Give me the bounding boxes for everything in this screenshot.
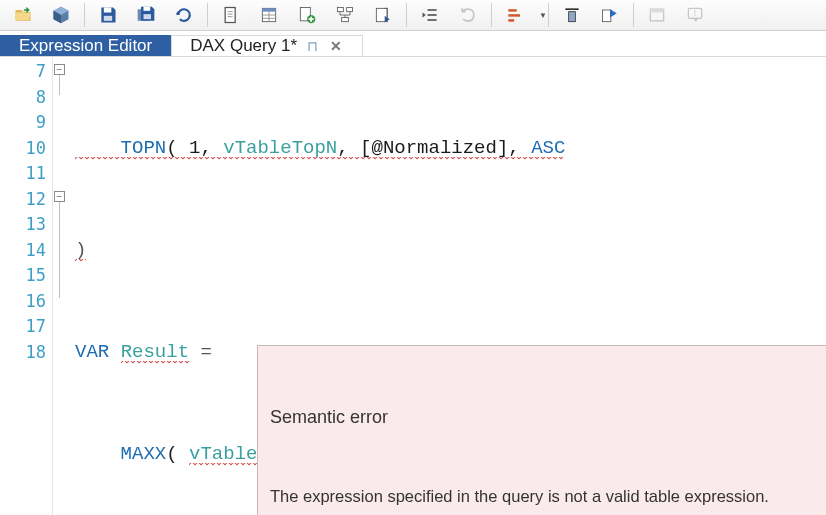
svg-rect-9 (262, 8, 275, 11)
svg-rect-0 (104, 8, 112, 13)
line-number: 11 (15, 161, 52, 187)
main-toolbar: ▼ ! (0, 0, 826, 31)
line-number: 18 (15, 340, 52, 366)
tab-dax-query[interactable]: DAX Query 1* ⊓ ✕ (171, 35, 363, 56)
svg-rect-16 (347, 8, 353, 12)
svg-rect-15 (338, 8, 344, 12)
new-document-icon[interactable] (214, 0, 248, 30)
line-number: 16 (15, 289, 52, 315)
tab-label: DAX Query 1* (190, 36, 297, 56)
code-editor[interactable]: 789101112131415161718 − − TOPN( 1, vTabl… (0, 57, 826, 515)
format-icon[interactable]: ▼ (498, 0, 542, 30)
tab-expression-editor[interactable]: Expression Editor (0, 35, 171, 56)
svg-rect-22 (508, 9, 516, 12)
new-query-icon[interactable] (290, 0, 324, 30)
line-number: 9 (15, 110, 52, 136)
tooltip-body: The expression specified in the query is… (270, 484, 824, 510)
close-icon[interactable]: ✕ (328, 38, 344, 54)
svg-rect-27 (603, 10, 611, 22)
svg-rect-23 (508, 14, 520, 17)
open-folder-icon[interactable] (6, 0, 40, 30)
svg-rect-26 (569, 12, 576, 22)
line-number-gutter: 789101112131415161718 (15, 57, 53, 515)
line-number: 7 (15, 59, 52, 85)
indent-icon[interactable] (413, 0, 447, 30)
line-number: 10 (15, 136, 52, 162)
fold-toggle[interactable]: − (54, 191, 65, 202)
tab-label: Expression Editor (19, 36, 152, 56)
tab-strip: Expression Editor DAX Query 1* ⊓ ✕ (0, 31, 826, 57)
panel-icon (640, 0, 674, 30)
fold-toggle[interactable]: − (54, 64, 65, 75)
svg-rect-4 (225, 8, 235, 23)
line-number: 13 (15, 212, 52, 238)
line-number: 17 (15, 314, 52, 340)
svg-rect-24 (508, 19, 514, 21)
error-tooltip: Semantic error The expression specified … (257, 345, 826, 515)
code-line: TOPN( 1, vTableTopN, [@Normalized], ASC (67, 136, 826, 162)
line-number: 12 (15, 187, 52, 213)
chevron-down-icon[interactable]: ▼ (539, 11, 547, 20)
run-arrow-icon[interactable] (593, 0, 627, 30)
svg-rect-29 (650, 9, 663, 12)
fold-column: − − (53, 57, 67, 515)
align-icon[interactable] (555, 0, 589, 30)
svg-rect-2 (144, 7, 151, 11)
code-line: ) (67, 238, 826, 264)
schema-icon[interactable] (328, 0, 362, 30)
table-icon[interactable] (252, 0, 286, 30)
cube-icon[interactable] (44, 0, 78, 30)
pin-icon[interactable]: ⊓ (305, 38, 320, 54)
svg-text:!: ! (694, 8, 696, 18)
line-number: 15 (15, 263, 52, 289)
save-icon[interactable] (91, 0, 125, 30)
tooltip-title: Semantic error (270, 405, 824, 431)
save-all-icon[interactable] (129, 0, 163, 30)
svg-rect-1 (104, 16, 112, 21)
code-area[interactable]: TOPN( 1, vTableTopN, [@Normalized], ASC … (67, 57, 826, 515)
line-number: 14 (15, 238, 52, 264)
refresh-icon[interactable] (167, 0, 201, 30)
line-number: 8 (15, 85, 52, 111)
undo-icon (451, 0, 485, 30)
tooltip-icon: ! (678, 0, 712, 30)
svg-rect-17 (342, 18, 349, 22)
svg-rect-3 (144, 14, 152, 19)
run-selection-icon[interactable] (366, 0, 400, 30)
